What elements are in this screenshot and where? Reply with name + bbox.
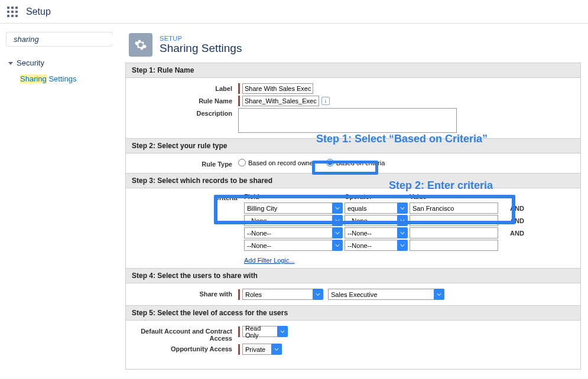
account-access-select[interactable]: Read Only: [242, 326, 288, 337]
breadcrumb: SETUP: [160, 35, 242, 42]
chevron-down-icon[interactable]: [332, 215, 343, 226]
col-value: Value: [410, 193, 498, 200]
operator-select-4[interactable]: --None--: [345, 240, 410, 251]
nav-label-suffix: Settings: [47, 74, 77, 83]
operator-select-2[interactable]: --None--: [345, 215, 410, 226]
criteria-row-3: --None-- --None-- AND: [244, 227, 574, 238]
required-indicator: [238, 83, 240, 94]
criteria-row-4: --None-- --None--: [244, 240, 574, 251]
share-with-target-value: Sales Executive: [328, 289, 434, 300]
quick-find-input-wrap[interactable]: [6, 32, 112, 47]
step-4-header: Step 4: Select the users to share with: [126, 268, 580, 283]
required-indicator: [238, 326, 240, 337]
value-input-4[interactable]: [410, 240, 498, 251]
nav-item-security[interactable]: Security: [6, 55, 112, 71]
radio-criteria-label: Based on criteria: [336, 159, 385, 166]
operator-select-3[interactable]: --None--: [345, 227, 410, 238]
share-with-target-select[interactable]: Sales Executive: [328, 289, 444, 300]
share-with-type-value: Roles: [242, 289, 313, 300]
field-select-1[interactable]: Billing City: [244, 202, 345, 214]
criteria-row-1: Billing City equals AND: [244, 202, 574, 214]
quick-find-input[interactable]: [14, 35, 113, 44]
label-label: Label: [132, 83, 238, 92]
radio-criteria-input[interactable]: [326, 159, 334, 166]
chevron-down-icon[interactable]: [313, 289, 323, 300]
rule-name-input[interactable]: [242, 96, 319, 106]
label-criteria: Criteria: [215, 194, 238, 201]
step-1-header: Step 1: Rule Name: [126, 63, 580, 78]
info-icon[interactable]: i: [321, 97, 330, 105]
app-launcher-icon[interactable]: [7, 6, 18, 17]
opportunity-access-select[interactable]: Private: [242, 344, 282, 355]
sidebar: Security Sharing Settings: [0, 24, 118, 379]
required-indicator: [238, 344, 240, 355]
step-2-header: Step 2: Select your rule type: [126, 138, 580, 153]
label-share-with: Share with: [132, 289, 238, 298]
label-description: Description: [132, 108, 238, 117]
opportunity-access-value: Private: [242, 344, 272, 355]
account-access-value: Read Only: [242, 326, 278, 337]
col-field: Field: [244, 193, 345, 200]
col-operator: Operator: [345, 193, 410, 200]
required-indicator: [238, 96, 240, 106]
chevron-down-icon[interactable]: [434, 289, 444, 300]
page-title: Sharing Settings: [160, 42, 242, 55]
chevron-down-icon[interactable]: [271, 344, 282, 355]
main-content: SETUP Sharing Settings Step 1: Rule Name…: [118, 24, 588, 379]
and-label: AND: [510, 205, 524, 212]
label-rule-type: Rule Type: [132, 159, 238, 168]
step-5-header: Step 5: Select the level of access for t…: [126, 305, 580, 321]
and-label: AND: [510, 217, 524, 224]
radio-owner-input[interactable]: [238, 159, 246, 166]
value-input-1[interactable]: [410, 202, 498, 214]
label-rule-name: Rule Name: [132, 96, 238, 104]
chevron-down-icon[interactable]: [277, 326, 288, 337]
nav-label: Security: [17, 58, 44, 67]
field-select-4[interactable]: --None--: [244, 240, 345, 251]
and-label: AND: [510, 230, 524, 237]
required-indicator: [238, 289, 240, 300]
page-header: SETUP Sharing Settings: [118, 24, 588, 63]
criteria-row-2: --None-- --None-- AND: [244, 215, 574, 226]
label-input[interactable]: [242, 83, 313, 94]
label-default-account-access: Default Account and Contract Access: [132, 326, 238, 342]
share-with-type-select[interactable]: Roles: [242, 289, 323, 300]
value-input-3[interactable]: [410, 227, 498, 238]
nav-label-highlight: Sharing: [20, 74, 47, 83]
field-value: Billing City: [244, 202, 333, 214]
value-input-2[interactable]: [410, 215, 498, 226]
radio-owner-label: Based on record owner: [248, 159, 316, 166]
field-select-2[interactable]: --None--: [244, 215, 345, 226]
form-panel: Step 1: Rule Name Label Rule Name i: [125, 63, 581, 370]
chevron-down-icon[interactable]: [332, 240, 343, 251]
radio-criteria[interactable]: Based on criteria: [326, 159, 385, 166]
app-title: Setup: [26, 6, 51, 17]
chevron-down-icon[interactable]: [397, 202, 408, 214]
radio-owner[interactable]: Based on record owner: [238, 159, 316, 166]
chevron-down-icon[interactable]: [397, 215, 408, 226]
field-select-3[interactable]: --None--: [244, 227, 345, 238]
topbar: Setup: [0, 0, 588, 24]
gear-icon: [129, 33, 152, 57]
chevron-down-icon[interactable]: [397, 227, 408, 238]
label-opportunity-access: Opportunity Access: [132, 344, 238, 352]
step-3-header: Step 3: Select which records to be share…: [126, 173, 580, 188]
description-textarea[interactable]: [238, 108, 457, 133]
operator-value: equals: [345, 202, 398, 214]
chevron-down-icon[interactable]: [397, 240, 408, 251]
add-filter-logic-link[interactable]: Add Filter Logic...: [244, 257, 295, 264]
nav-item-sharing-settings[interactable]: Sharing Settings: [6, 71, 112, 87]
chevron-down-icon[interactable]: [332, 202, 343, 214]
operator-select-1[interactable]: equals: [345, 202, 410, 214]
chevron-down-icon[interactable]: [332, 227, 343, 238]
